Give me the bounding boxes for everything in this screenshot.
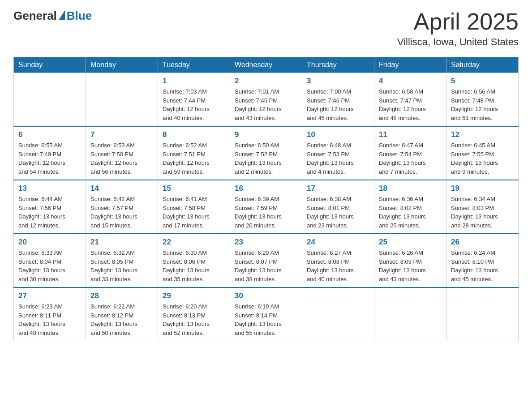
- calendar-cell: 7Sunrise: 6:53 AM Sunset: 7:50 PM Daylig…: [86, 126, 158, 180]
- weekday-header-thursday: Thursday: [302, 57, 374, 73]
- day-number: 15: [163, 184, 225, 193]
- calendar-cell: 4Sunrise: 6:58 AM Sunset: 7:47 PM Daylig…: [374, 73, 446, 127]
- day-info: Sunrise: 6:58 AM Sunset: 7:47 PM Dayligh…: [379, 87, 442, 122]
- calendar-cell: 6Sunrise: 6:55 AM Sunset: 7:49 PM Daylig…: [14, 126, 86, 180]
- day-info: Sunrise: 6:20 AM Sunset: 8:13 PM Dayligh…: [163, 302, 225, 337]
- calendar-cell: [374, 287, 446, 341]
- logo: General Blue: [13, 9, 92, 23]
- day-number: 4: [379, 77, 442, 86]
- calendar-cell: 8Sunrise: 6:52 AM Sunset: 7:51 PM Daylig…: [158, 126, 230, 180]
- calendar-cell: 22Sunrise: 6:30 AM Sunset: 8:06 PM Dayli…: [158, 234, 230, 287]
- day-number: 26: [451, 238, 514, 247]
- day-number: 19: [451, 184, 514, 193]
- calendar-cell: 29Sunrise: 6:20 AM Sunset: 8:13 PM Dayli…: [158, 287, 230, 341]
- day-info: Sunrise: 6:56 AM Sunset: 7:48 PM Dayligh…: [451, 87, 514, 122]
- day-info: Sunrise: 6:36 AM Sunset: 8:02 PM Dayligh…: [379, 195, 442, 230]
- day-info: Sunrise: 6:55 AM Sunset: 7:49 PM Dayligh…: [18, 141, 81, 176]
- weekday-header-wednesday: Wednesday: [230, 57, 302, 73]
- day-number: 24: [307, 238, 369, 247]
- day-info: Sunrise: 7:03 AM Sunset: 7:44 PM Dayligh…: [163, 87, 225, 122]
- day-number: 17: [307, 184, 369, 193]
- weekday-header-sunday: Sunday: [14, 57, 86, 73]
- calendar-cell: 18Sunrise: 6:36 AM Sunset: 8:02 PM Dayli…: [374, 180, 446, 234]
- day-info: Sunrise: 6:27 AM Sunset: 8:08 PM Dayligh…: [307, 248, 369, 283]
- weekday-header-friday: Friday: [374, 57, 446, 73]
- day-info: Sunrise: 6:19 AM Sunset: 8:14 PM Dayligh…: [235, 302, 297, 337]
- calendar-cell: 19Sunrise: 6:34 AM Sunset: 8:03 PM Dayli…: [446, 180, 519, 234]
- page-subtitle: Villisca, Iowa, United States: [397, 36, 519, 48]
- day-info: Sunrise: 6:39 AM Sunset: 7:59 PM Dayligh…: [235, 195, 297, 230]
- day-number: 10: [307, 130, 369, 139]
- title-section: April 2025 Villisca, Iowa, United States: [397, 9, 519, 48]
- day-number: 5: [451, 77, 514, 86]
- page-header: General Blue April 2025 Villisca, Iowa, …: [13, 9, 519, 48]
- calendar-week-row: 6Sunrise: 6:55 AM Sunset: 7:49 PM Daylig…: [14, 126, 519, 180]
- day-number: 2: [235, 77, 297, 86]
- weekday-header-monday: Monday: [86, 57, 158, 73]
- calendar-cell: 25Sunrise: 6:26 AM Sunset: 8:09 PM Dayli…: [374, 234, 446, 287]
- calendar-cell: 26Sunrise: 6:24 AM Sunset: 8:10 PM Dayli…: [446, 234, 519, 287]
- day-info: Sunrise: 6:53 AM Sunset: 7:50 PM Dayligh…: [90, 141, 153, 176]
- day-info: Sunrise: 6:47 AM Sunset: 7:54 PM Dayligh…: [379, 141, 442, 176]
- logo-general-text: General: [13, 9, 57, 23]
- day-info: Sunrise: 6:32 AM Sunset: 8:05 PM Dayligh…: [90, 248, 153, 283]
- calendar-week-row: 27Sunrise: 6:23 AM Sunset: 8:11 PM Dayli…: [14, 287, 519, 341]
- calendar-cell: 11Sunrise: 6:47 AM Sunset: 7:54 PM Dayli…: [374, 126, 446, 180]
- calendar-cell: 17Sunrise: 6:38 AM Sunset: 8:01 PM Dayli…: [302, 180, 374, 234]
- day-number: 14: [90, 184, 153, 193]
- weekday-header-tuesday: Tuesday: [158, 57, 230, 73]
- day-info: Sunrise: 6:33 AM Sunset: 8:04 PM Dayligh…: [18, 248, 81, 283]
- calendar-cell: 9Sunrise: 6:50 AM Sunset: 7:52 PM Daylig…: [230, 126, 302, 180]
- day-info: Sunrise: 6:34 AM Sunset: 8:03 PM Dayligh…: [451, 195, 514, 230]
- calendar-cell: 15Sunrise: 6:41 AM Sunset: 7:58 PM Dayli…: [158, 180, 230, 234]
- page-title: April 2025: [397, 9, 519, 34]
- calendar-cell: 14Sunrise: 6:42 AM Sunset: 7:57 PM Dayli…: [86, 180, 158, 234]
- day-info: Sunrise: 6:48 AM Sunset: 7:53 PM Dayligh…: [307, 141, 369, 176]
- calendar-cell: 13Sunrise: 6:44 AM Sunset: 7:56 PM Dayli…: [14, 180, 86, 234]
- calendar-cell: [86, 73, 158, 127]
- calendar-table: SundayMondayTuesdayWednesdayThursdayFrid…: [13, 57, 519, 341]
- day-number: 30: [235, 291, 297, 300]
- day-info: Sunrise: 6:45 AM Sunset: 7:55 PM Dayligh…: [451, 141, 514, 176]
- day-number: 9: [235, 130, 297, 139]
- calendar-cell: 21Sunrise: 6:32 AM Sunset: 8:05 PM Dayli…: [86, 234, 158, 287]
- day-info: Sunrise: 6:38 AM Sunset: 8:01 PM Dayligh…: [307, 195, 369, 230]
- calendar-week-row: 1Sunrise: 7:03 AM Sunset: 7:44 PM Daylig…: [14, 73, 519, 127]
- day-number: 21: [90, 238, 153, 247]
- calendar-cell: 16Sunrise: 6:39 AM Sunset: 7:59 PM Dayli…: [230, 180, 302, 234]
- weekday-header-saturday: Saturday: [446, 57, 519, 73]
- day-info: Sunrise: 6:50 AM Sunset: 7:52 PM Dayligh…: [235, 141, 297, 176]
- day-number: 1: [163, 77, 225, 86]
- calendar-week-row: 13Sunrise: 6:44 AM Sunset: 7:56 PM Dayli…: [14, 180, 519, 234]
- calendar-cell: [446, 287, 519, 341]
- weekday-header-row: SundayMondayTuesdayWednesdayThursdayFrid…: [14, 57, 519, 73]
- day-info: Sunrise: 6:23 AM Sunset: 8:11 PM Dayligh…: [18, 302, 81, 337]
- calendar-cell: [14, 73, 86, 127]
- day-number: 11: [379, 130, 442, 139]
- calendar-cell: 30Sunrise: 6:19 AM Sunset: 8:14 PM Dayli…: [230, 287, 302, 341]
- day-number: 6: [18, 130, 81, 139]
- day-number: 12: [451, 130, 514, 139]
- day-info: Sunrise: 6:22 AM Sunset: 8:12 PM Dayligh…: [90, 302, 153, 337]
- calendar-cell: 28Sunrise: 6:22 AM Sunset: 8:12 PM Dayli…: [86, 287, 158, 341]
- day-info: Sunrise: 7:01 AM Sunset: 7:45 PM Dayligh…: [235, 87, 297, 122]
- day-info: Sunrise: 6:30 AM Sunset: 8:06 PM Dayligh…: [163, 248, 225, 283]
- calendar-cell: 24Sunrise: 6:27 AM Sunset: 8:08 PM Dayli…: [302, 234, 374, 287]
- day-number: 27: [18, 291, 81, 300]
- day-number: 25: [379, 238, 442, 247]
- day-info: Sunrise: 6:44 AM Sunset: 7:56 PM Dayligh…: [18, 195, 81, 230]
- day-number: 18: [379, 184, 442, 193]
- calendar-cell: 1Sunrise: 7:03 AM Sunset: 7:44 PM Daylig…: [158, 73, 230, 127]
- day-info: Sunrise: 6:29 AM Sunset: 8:07 PM Dayligh…: [235, 248, 297, 283]
- day-info: Sunrise: 6:24 AM Sunset: 8:10 PM Dayligh…: [451, 248, 514, 283]
- calendar-cell: 5Sunrise: 6:56 AM Sunset: 7:48 PM Daylig…: [446, 73, 519, 127]
- day-number: 23: [235, 238, 297, 247]
- day-number: 13: [18, 184, 81, 193]
- day-info: Sunrise: 7:00 AM Sunset: 7:46 PM Dayligh…: [307, 87, 369, 122]
- logo-blue-text: Blue: [67, 9, 92, 23]
- day-info: Sunrise: 6:41 AM Sunset: 7:58 PM Dayligh…: [163, 195, 225, 230]
- day-number: 22: [163, 238, 225, 247]
- day-number: 3: [307, 77, 369, 86]
- day-info: Sunrise: 6:26 AM Sunset: 8:09 PM Dayligh…: [379, 248, 442, 283]
- day-info: Sunrise: 6:42 AM Sunset: 7:57 PM Dayligh…: [90, 195, 153, 230]
